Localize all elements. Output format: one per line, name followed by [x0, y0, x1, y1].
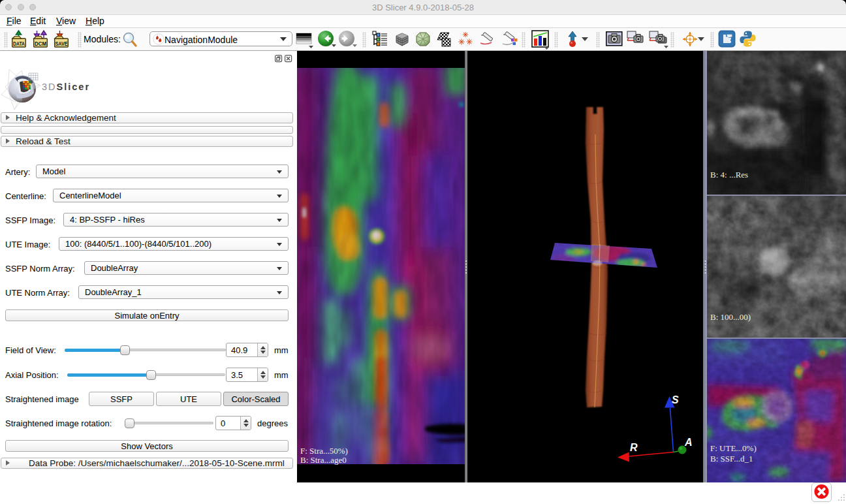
svg-text:B: 100...00): B: 100...00) — [710, 312, 751, 322]
svg-text:B: Stra...age0: B: Stra...age0 — [300, 455, 347, 465]
svg-text:F: UTE...0%): F: UTE...0%) — [710, 443, 757, 453]
svg-text:R: R — [630, 442, 638, 453]
svg-text:S: S — [672, 394, 679, 405]
svg-text:F: Stra...50%): F: Stra...50%) — [300, 446, 348, 456]
svg-text:DCM: DCM — [35, 40, 46, 47]
svg-text:SAVE: SAVE — [55, 40, 68, 47]
svg-text:DATA: DATA — [13, 40, 25, 47]
svg-text:B: 4: ...Res: B: 4: ...Res — [710, 170, 748, 180]
svg-text:A: A — [684, 437, 693, 448]
svg-text:B: SSF...d_1: B: SSF...d_1 — [710, 454, 753, 464]
